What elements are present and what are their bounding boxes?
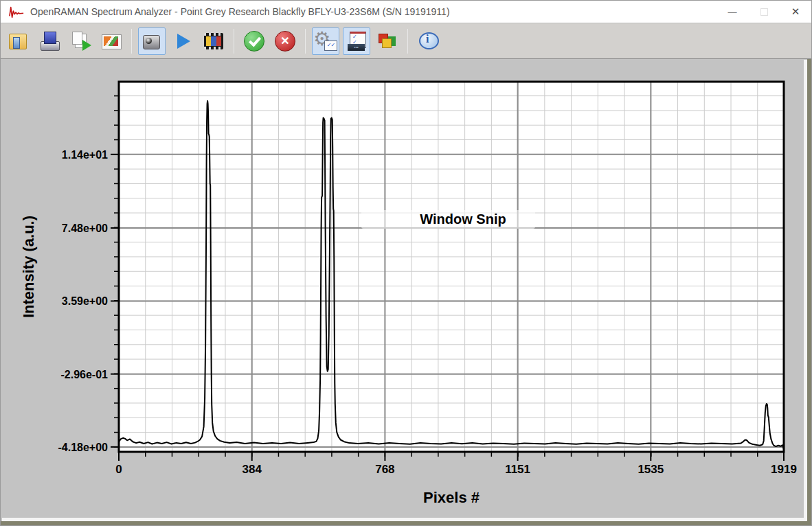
image-button[interactable] xyxy=(98,27,125,55)
chart-button[interactable] xyxy=(374,27,401,55)
save-button[interactable] xyxy=(36,27,63,55)
gear-icon xyxy=(314,30,337,53)
accept-button[interactable] xyxy=(240,27,268,55)
play-button[interactable] xyxy=(169,27,196,55)
spectrum-chart: 03847681151153519191.14e+017.48e+003.59e… xyxy=(1,59,811,525)
app-window: OpenRAMAN Spectrum Analyzer - Point Grey… xyxy=(0,0,812,526)
titlebar[interactable]: OpenRAMAN Spectrum Analyzer - Point Grey… xyxy=(1,1,811,23)
checklist-icon xyxy=(345,30,368,53)
checklist-button[interactable] xyxy=(343,27,370,55)
copy-button[interactable] xyxy=(67,27,94,55)
image-icon xyxy=(100,30,123,53)
app-icon xyxy=(8,4,25,19)
x-tick-label: 1919 xyxy=(771,463,797,476)
folder-open-icon xyxy=(7,30,30,53)
close-button[interactable]: ✕ xyxy=(780,1,811,23)
plot-area xyxy=(119,82,784,452)
y-tick-label: 3.59e+00 xyxy=(62,295,108,307)
play-icon xyxy=(171,30,194,53)
info-icon xyxy=(416,30,440,53)
copy-icon xyxy=(69,30,92,53)
y-tick-label: 1.14e+01 xyxy=(62,149,108,161)
client-area: 03847681151153519191.14e+017.48e+003.59e… xyxy=(1,59,811,525)
maximize-button[interactable] xyxy=(748,1,780,23)
x-axis-title: Pixels # xyxy=(423,489,480,506)
y-tick-label: 7.48e+00 xyxy=(62,222,108,234)
settings-button[interactable] xyxy=(312,27,339,55)
toolbar-separator xyxy=(407,29,408,54)
video-button[interactable] xyxy=(200,27,227,55)
window-title: OpenRAMAN Spectrum Analyzer - Point Grey… xyxy=(30,6,450,17)
cancel-circle-icon xyxy=(273,30,297,53)
watermark-text: Window Snip xyxy=(420,211,506,227)
film-icon xyxy=(202,30,225,53)
camera-button[interactable] xyxy=(138,27,166,55)
y-tick-label: -2.96e-01 xyxy=(61,369,109,380)
save-icon xyxy=(38,30,61,53)
minimize-button[interactable]: — xyxy=(717,1,748,23)
window-edge xyxy=(807,59,811,525)
x-tick-label: 768 xyxy=(375,463,394,476)
check-circle-icon xyxy=(243,30,266,53)
window-edge xyxy=(1,521,811,525)
y-axis-title: Intensity (a.u.) xyxy=(20,216,37,318)
maximize-icon xyxy=(760,8,768,16)
toolbar xyxy=(1,23,811,59)
info-button[interactable] xyxy=(414,27,442,55)
open-button[interactable] xyxy=(5,27,32,55)
cancel-button[interactable] xyxy=(271,27,299,55)
window-controls: — ✕ xyxy=(717,1,811,23)
camera-icon xyxy=(140,30,163,53)
x-tick-label: 0 xyxy=(115,463,122,476)
x-tick-label: 1535 xyxy=(638,463,664,476)
toolbar-separator xyxy=(305,29,306,54)
y-tick-label: -4.18e+00 xyxy=(58,442,108,453)
x-tick-label: 1151 xyxy=(505,463,530,476)
toolbar-separator xyxy=(234,29,234,54)
toolbar-separator xyxy=(131,29,132,54)
x-tick-label: 384 xyxy=(243,463,262,476)
blocks-icon xyxy=(376,30,399,53)
